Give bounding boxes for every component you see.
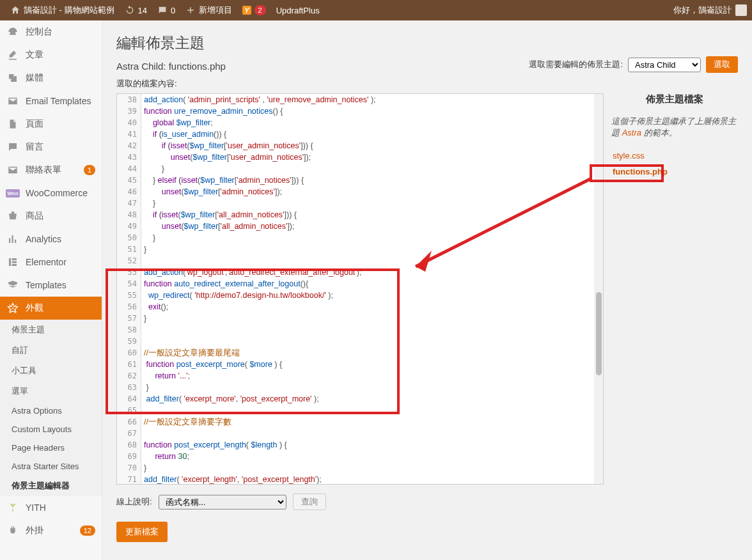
menu-頁面[interactable]: 頁面 — [0, 113, 102, 136]
menu-label: Analytics — [26, 234, 61, 244]
menu-badge: 1 — [84, 165, 95, 175]
menu-icon — [6, 118, 19, 130]
updraft-label: UpdraftPlus — [276, 6, 320, 15]
submenu-Astra Starter Sites[interactable]: Astra Starter Sites — [0, 457, 102, 476]
menu-留言[interactable]: 留言 — [0, 136, 102, 159]
svg-rect-1 — [12, 258, 17, 260]
file-content-label: 選取的檔案內容: — [116, 78, 738, 89]
menu-badge: 12 — [80, 525, 95, 536]
help-select[interactable]: 函式名稱... — [159, 495, 286, 509]
menu-icon — [6, 302, 19, 315]
menu-label: 文章 — [26, 49, 43, 61]
theme-select[interactable]: Astra Child — [628, 58, 701, 72]
menu-icon — [6, 164, 19, 176]
updates-count: 14 — [138, 6, 147, 15]
comments-link[interactable]: 0 — [152, 0, 180, 20]
menu-icon: Woo — [6, 187, 19, 199]
menu-icon — [6, 501, 19, 514]
menu-icon — [6, 49, 19, 61]
main-content: 編輯佈景主題 選取需要編輯的佈景主題: Astra Child 選取 Astra… — [102, 20, 752, 560]
submenu-Astra Options[interactable]: Astra Options — [0, 401, 102, 420]
menu-商品[interactable]: 商品 — [0, 205, 102, 228]
site-link[interactable]: 鵠崙設計 - 購物網站範例 — [5, 0, 120, 20]
files-title: 佈景主題檔案 — [611, 93, 738, 105]
menu-媒體[interactable]: 媒體 — [0, 66, 102, 89]
admin-bar: 鵠崙設計 - 購物網站範例 14 0 新增項目 Y 2 UpdraftPlus … — [0, 0, 752, 20]
menu-外觀[interactable]: 外觀 — [0, 297, 102, 320]
admin-sidebar: 控制台文章媒體Email Templates頁面留言聯絡表單1WooWooCom… — [0, 20, 102, 560]
submenu-選單[interactable]: 選單 — [0, 381, 102, 401]
greeting[interactable]: 你好，鵠崙設計 — [673, 4, 732, 16]
menu-Templates[interactable]: Templates — [0, 274, 102, 297]
comment-icon — [157, 5, 168, 15]
menu-label: Templates — [26, 280, 67, 290]
menu-文章[interactable]: 文章 — [0, 43, 102, 66]
line-gutter: 38 39 40 41 42 43 44 45 46 47 48 49 50 5… — [117, 94, 141, 484]
site-name: 鵠崙設計 - 購物網站範例 — [24, 4, 114, 16]
submenu-佈景主題[interactable]: 佈景主題 — [0, 320, 102, 340]
code-editor[interactable]: 38 39 40 41 42 43 44 45 46 47 48 49 50 5… — [116, 93, 604, 485]
menu-label: 外掛 — [26, 525, 43, 536]
yoast-icon: Y — [242, 6, 251, 15]
comments-count: 0 — [171, 6, 175, 15]
menu-label: 商品 — [26, 210, 43, 222]
menu-icon — [6, 72, 19, 84]
menu-label: Email Templates — [26, 96, 91, 106]
menu-label: 控制台 — [26, 26, 52, 38]
yoast-count: 2 — [255, 5, 266, 15]
menu-Elementor[interactable]: Elementor — [0, 251, 102, 274]
code-content[interactable]: add_action( 'admin_print_scripts' , 'ure… — [141, 94, 594, 484]
svg-rect-0 — [9, 258, 11, 266]
file-style.css[interactable]: style.css — [611, 148, 738, 164]
menu-icon — [6, 210, 19, 222]
menu-label: 頁面 — [26, 118, 43, 130]
files-desc: 這個子佈景主題繼承了上層佈景主題 Astra 的範本。 — [611, 116, 738, 139]
update-file-button[interactable]: 更新檔案 — [116, 522, 168, 542]
yoast-link[interactable]: Y 2 — [237, 0, 270, 20]
updraft-link[interactable]: UpdraftPlus — [271, 0, 325, 20]
menu-icon — [6, 279, 19, 292]
select-button[interactable]: 選取 — [706, 56, 738, 73]
menu-label: 媒體 — [26, 72, 43, 84]
home-icon — [10, 5, 20, 15]
help-label: 線上說明: — [116, 496, 152, 508]
submenu-Custom Layouts[interactable]: Custom Layouts — [0, 420, 102, 439]
menu-label: YITH — [26, 502, 46, 513]
menu-Email Templates[interactable]: Email Templates — [0, 89, 102, 113]
submenu-Page Headers[interactable]: Page Headers — [0, 439, 102, 457]
menu-label: Elementor — [26, 257, 67, 267]
plus-icon — [185, 5, 196, 15]
theme-select-label: 選取需要編輯的佈景主題: — [529, 59, 623, 70]
menu-label: 聯絡表單 — [26, 164, 61, 176]
menu-聯絡表單[interactable]: 聯絡表單1 — [0, 159, 102, 182]
menu-外掛[interactable]: 外掛12 — [0, 519, 102, 542]
svg-rect-3 — [12, 264, 17, 266]
menu-label: 外觀 — [26, 302, 43, 314]
scrollbar-thumb[interactable] — [596, 292, 602, 375]
help-button[interactable]: 查詢 — [293, 494, 326, 510]
submenu-小工具[interactable]: 小工具 — [0, 361, 102, 381]
scrollbar[interactable] — [594, 94, 603, 484]
new-label: 新增項目 — [199, 4, 232, 16]
menu-label: 留言 — [26, 141, 43, 153]
new-link[interactable]: 新增項目 — [180, 0, 237, 20]
menu-label: WooCommerce — [26, 188, 88, 198]
refresh-icon — [125, 5, 135, 15]
menu-icon — [6, 256, 19, 268]
updates-link[interactable]: 14 — [120, 0, 152, 20]
page-title: 編輯佈景主題 — [116, 33, 738, 53]
file-functions.php[interactable]: functions.php — [611, 164, 738, 180]
menu-控制台[interactable]: 控制台 — [0, 20, 102, 43]
files-panel: 佈景主題檔案 這個子佈景主題繼承了上層佈景主題 Astra 的範本。 style… — [604, 93, 738, 485]
submenu-自訂[interactable]: 自訂 — [0, 340, 102, 361]
menu-icon — [6, 233, 19, 245]
menu-YITH[interactable]: YITH — [0, 496, 102, 519]
svg-rect-2 — [12, 261, 17, 263]
parent-theme-link[interactable]: Astra — [622, 128, 641, 137]
menu-icon — [6, 95, 19, 107]
menu-icon — [6, 141, 19, 153]
avatar[interactable] — [735, 4, 747, 16]
menu-Analytics[interactable]: Analytics — [0, 228, 102, 251]
menu-WooCommerce[interactable]: WooWooCommerce — [0, 182, 102, 205]
submenu-佈景主題編輯器[interactable]: 佈景主題編輯器 — [0, 476, 102, 496]
